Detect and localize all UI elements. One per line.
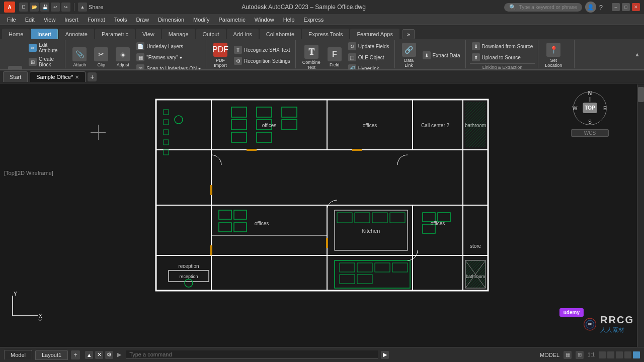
command-close-icon[interactable]: ✕ bbox=[95, 351, 103, 359]
redo-icon[interactable]: ↪ bbox=[61, 3, 70, 12]
dynamic-toggle[interactable] bbox=[633, 351, 640, 358]
snap-toggle[interactable] bbox=[599, 351, 606, 358]
pdf-import-button[interactable]: PDF PDFImport bbox=[210, 41, 230, 69]
tab-parametric[interactable]: Parametric bbox=[95, 29, 135, 39]
underlay-layers-icon: 📄 bbox=[136, 42, 144, 50]
ole-object-button[interactable]: ⬚ OLE Object bbox=[346, 52, 391, 62]
clip-button[interactable]: ✂ Clip bbox=[91, 44, 111, 70]
menu-item-file[interactable]: File bbox=[3, 16, 20, 24]
extract-data-icon: ⬇ bbox=[423, 51, 431, 59]
user-icon[interactable]: 👤 bbox=[585, 2, 596, 13]
menu-item-express[interactable]: Express bbox=[299, 16, 328, 24]
svg-text:bathroom: bathroom bbox=[466, 274, 485, 279]
menu-bar: File Edit View Insert Format Tools Draw … bbox=[0, 14, 644, 25]
tab-collaborate[interactable]: Collaborate bbox=[260, 29, 301, 39]
model-view-icon[interactable]: ⊞ bbox=[576, 351, 584, 359]
upload-to-source-button[interactable]: ⬆ Upload to Source bbox=[470, 52, 535, 62]
undo-icon[interactable]: ↩ bbox=[51, 3, 60, 12]
edit-attribute-button[interactable]: ✏ EditAttribute bbox=[27, 41, 62, 54]
ribbon-collapse-btn[interactable]: ▲ bbox=[632, 49, 642, 59]
insert-button[interactable]: ⬛ Insert bbox=[5, 62, 25, 70]
svg-rect-52 bbox=[340, 275, 355, 284]
download-from-source-button[interactable]: ⬇ Download from Source bbox=[470, 41, 535, 51]
recognition-settings-button[interactable]: ⚙ Recognition Settings bbox=[232, 56, 292, 66]
osnap-toggle[interactable] bbox=[624, 351, 631, 358]
menu-item-parametric[interactable]: Parametric bbox=[214, 16, 249, 24]
canvas-area[interactable]: [Top][2D Wireframe] offi bbox=[0, 84, 644, 347]
field-button[interactable]: F Field bbox=[325, 44, 345, 70]
tab-output[interactable]: Output bbox=[196, 29, 226, 39]
menu-item-format[interactable]: Format bbox=[84, 16, 109, 24]
menu-item-dimension[interactable]: Dimension bbox=[154, 16, 188, 24]
menu-item-draw[interactable]: Draw bbox=[132, 16, 153, 24]
ortho-toggle[interactable] bbox=[607, 351, 614, 358]
tab-view[interactable]: View bbox=[136, 29, 161, 39]
menu-item-edit[interactable]: Edit bbox=[21, 16, 39, 24]
menu-item-help[interactable]: Help bbox=[279, 16, 299, 24]
help-icon[interactable]: ? bbox=[599, 4, 603, 11]
new-tab-button[interactable]: + bbox=[88, 72, 97, 81]
share-label[interactable]: Share bbox=[89, 4, 103, 10]
command-input[interactable] bbox=[126, 350, 378, 359]
tab-home[interactable]: Home bbox=[2, 29, 30, 39]
tab-bar: Start Sample Office* ✕ + bbox=[0, 70, 644, 83]
share-icon[interactable]: ▲ bbox=[78, 3, 87, 12]
adjust-button[interactable]: ◈ Adjust bbox=[113, 44, 133, 70]
menu-item-insert[interactable]: Insert bbox=[60, 16, 83, 24]
floor-plan[interactable]: offices offices Call center 2 bathroom o… bbox=[126, 95, 493, 296]
polar-toggle[interactable] bbox=[616, 351, 623, 358]
tab-featured-apps[interactable]: Featured Apps bbox=[350, 29, 399, 39]
extract-data-button[interactable]: ⬇ Extract Data bbox=[421, 50, 462, 60]
create-block-button[interactable]: ⊞ CreateBlock bbox=[27, 55, 62, 68]
tab-annotate[interactable]: Annotate bbox=[59, 29, 94, 39]
ole-object-icon: ⬚ bbox=[348, 53, 356, 61]
ribbon-overflow-btn[interactable]: » bbox=[403, 29, 415, 39]
window-controls: – □ ✕ bbox=[612, 3, 640, 11]
command-right-icon[interactable]: ▶ bbox=[381, 351, 389, 359]
svg-rect-48 bbox=[340, 263, 355, 272]
data-link-button[interactable]: 🔗 DataLink bbox=[399, 41, 419, 69]
grid-view-icon[interactable]: ▦ bbox=[564, 351, 572, 359]
ribbon-tabs: Home Insert Annotate Parametric View Man… bbox=[0, 25, 644, 39]
tab-start[interactable]: Start bbox=[3, 71, 28, 82]
recognize-shx-button[interactable]: T Recognize SHX Text bbox=[232, 45, 292, 55]
hyperlink-button[interactable]: 🔗 Hyperlink bbox=[346, 63, 391, 69]
tab-manage[interactable]: Manage bbox=[162, 29, 195, 39]
combine-text-button[interactable]: 𝐓 CombineText bbox=[300, 43, 323, 69]
set-location-button[interactable]: 📍 SetLocation bbox=[542, 41, 565, 69]
coord-sys: Y X ✕ bbox=[8, 291, 48, 322]
search-bar[interactable]: 🔍 Type a keyword or phrase bbox=[504, 3, 582, 12]
svg-text:W: W bbox=[573, 106, 578, 111]
model-tab[interactable]: Model bbox=[4, 350, 32, 359]
svg-rect-15 bbox=[257, 107, 272, 117]
menu-item-modify[interactable]: Modify bbox=[189, 16, 213, 24]
open-file-icon[interactable]: 📂 bbox=[30, 3, 39, 12]
tab-insert[interactable]: Insert bbox=[31, 29, 58, 39]
save-icon[interactable]: 💾 bbox=[40, 3, 49, 12]
menu-item-window[interactable]: Window bbox=[251, 16, 278, 24]
underlay-layers-button[interactable]: 📄 Underlay Layers bbox=[134, 41, 203, 51]
maximize-btn[interactable]: □ bbox=[622, 3, 630, 11]
tab-sample-office[interactable]: Sample Office* ✕ bbox=[30, 71, 86, 82]
menu-item-tools[interactable]: Tools bbox=[110, 16, 131, 24]
close-btn[interactable]: ✕ bbox=[632, 3, 640, 11]
tab-addins[interactable]: Add-ins bbox=[227, 29, 259, 39]
right-scrollbar[interactable] bbox=[637, 84, 644, 347]
svg-rect-59 bbox=[164, 110, 169, 115]
minimize-btn[interactable]: – bbox=[612, 3, 620, 11]
menu-item-view[interactable]: View bbox=[40, 16, 60, 24]
command-history-icon[interactable]: ▲ bbox=[85, 351, 93, 359]
set-location-icon: 📍 bbox=[546, 43, 560, 57]
svg-rect-29 bbox=[234, 210, 247, 219]
add-layout-btn[interactable]: + bbox=[71, 350, 80, 359]
layout1-tab[interactable]: Layout1 bbox=[35, 350, 68, 360]
recognition-settings-icon: ⚙ bbox=[234, 57, 242, 65]
attach-button[interactable]: 📎 Attach bbox=[69, 44, 90, 70]
tab-express-tools[interactable]: Express Tools bbox=[302, 29, 349, 39]
frames-vary-button[interactable]: ▦ "Frames vary" ▾ bbox=[134, 52, 203, 62]
command-settings-icon[interactable]: ⚙ bbox=[105, 351, 113, 359]
new-file-icon[interactable]: 🗋 bbox=[19, 3, 28, 12]
snap-to-underlays-button[interactable]: ⊡ Snap to Underlays ON ▾ bbox=[134, 63, 203, 69]
tab-close-icon[interactable]: ✕ bbox=[75, 74, 79, 80]
update-fields-button[interactable]: ↻ Update Fields bbox=[346, 41, 391, 51]
